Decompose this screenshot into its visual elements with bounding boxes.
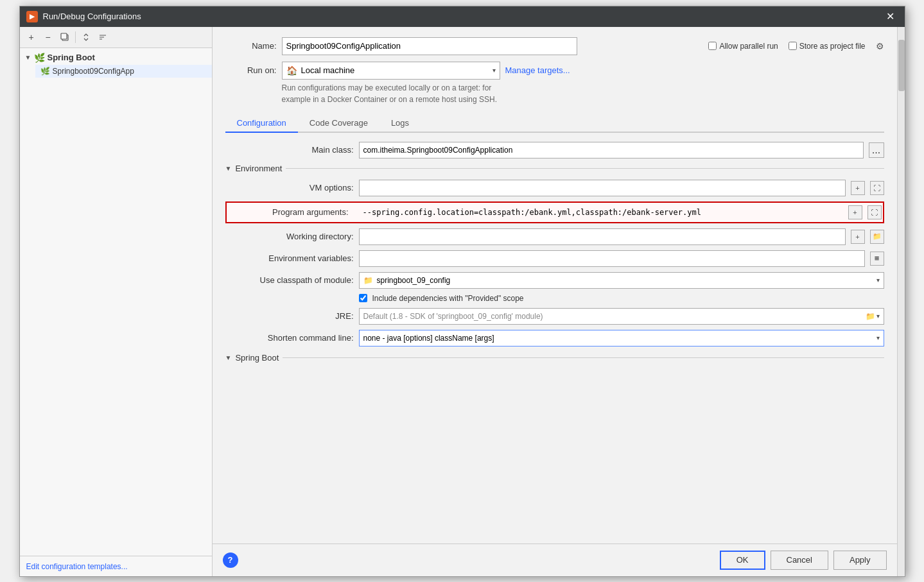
environment-variables-label: Environment variables: (225, 253, 354, 263)
close-button[interactable]: ✕ (882, 10, 898, 23)
environment-variables-input[interactable] (359, 250, 865, 267)
spring-boot-label: Spring Boot (48, 53, 95, 62)
apply-button[interactable]: Apply (833, 551, 887, 570)
springboot-config-item[interactable]: 🌿 Springboot09ConfigApp (35, 65, 212, 78)
program-args-expand-button[interactable]: ⛶ (867, 205, 882, 219)
config-tree: ▼ 🌿 Spring Boot 🌿 Springboot09ConfigApp (20, 48, 212, 556)
tab-configuration-label: Configuration (237, 118, 286, 128)
spring-boot-group-header[interactable]: ▼ 🌿 Spring Boot (20, 51, 212, 65)
environment-line (286, 168, 884, 169)
program-args-add-button[interactable]: + (848, 205, 862, 219)
classpath-value: springboot_09_config (377, 276, 451, 285)
shorten-value: none - java [options] className [args] (363, 334, 494, 343)
vm-options-expand-button[interactable]: ⛶ (870, 181, 884, 195)
tab-configuration[interactable]: Configuration (225, 114, 298, 133)
name-row: Name: Allow parallel run Store as projec… (225, 37, 884, 55)
move-icon (82, 33, 91, 42)
jre-row: JRE: Default (1.8 - SDK of 'springboot_0… (225, 308, 884, 325)
hint-line2: example in a Docker Container or on a re… (282, 95, 498, 104)
tab-code-coverage-label: Code Coverage (309, 118, 368, 128)
env-vars-browse-button[interactable]: ≡ (870, 252, 884, 266)
jre-dropdown-arrow: ▾ (876, 312, 880, 320)
left-footer: Edit configuration templates... (20, 556, 212, 576)
help-button[interactable]: ? (223, 552, 238, 568)
gear-icon[interactable]: ⚙ (876, 41, 884, 51)
tab-code-coverage[interactable]: Code Coverage (298, 114, 379, 133)
scrollbar-thumb (898, 40, 905, 91)
classpath-select-inner: 📁 springboot_09_config (363, 276, 451, 285)
include-dependencies-row: Include dependencies with "Provided" sco… (359, 294, 884, 303)
program-arguments-row: Program arguments: + ⛶ (225, 201, 884, 223)
manage-targets-link[interactable]: Manage targets... (505, 65, 570, 75)
shorten-label: Shorten command line: (225, 333, 354, 343)
working-directory-row: Working directory: + 📁 (225, 228, 884, 245)
shorten-select[interactable]: none - java [options] className [args] ▾ (359, 330, 884, 347)
vm-options-add-button[interactable]: + (851, 181, 865, 195)
program-arguments-label: Program arguments: (228, 207, 354, 217)
allow-parallel-checkbox[interactable] (708, 42, 717, 50)
copy-config-button[interactable] (57, 30, 73, 45)
run-on-hint: Run configurations may be executed local… (282, 82, 884, 105)
tree-children: 🌿 Springboot09ConfigApp (20, 65, 212, 78)
edit-templates-link[interactable]: Edit configuration templates... (26, 562, 128, 571)
vm-options-input[interactable] (359, 180, 846, 196)
hint-line1: Run configurations may be executed local… (282, 83, 492, 92)
store-project-checkbox-label: Store as project file (789, 42, 866, 51)
right-scrollbar[interactable] (897, 27, 905, 576)
include-deps-checkbox[interactable] (359, 294, 367, 302)
environment-title: Environment (235, 164, 282, 173)
spring-boot-section: ▼ Spring Boot (225, 353, 884, 363)
toolbar-separator (75, 31, 76, 43)
main-class-browse-button[interactable]: … (869, 142, 884, 158)
run-on-value: Local machine (301, 65, 355, 75)
spring-boot-section-arrow[interactable]: ▼ (225, 354, 232, 361)
program-arguments-input[interactable] (359, 204, 843, 221)
tab-logs[interactable]: Logs (379, 114, 421, 133)
shorten-command-row: Shorten command line: none - java [optio… (225, 330, 884, 347)
spring-boot-section-title: Spring Boot (235, 353, 279, 363)
dialog-body: + − (20, 27, 905, 576)
home-icon: 🏠 (286, 65, 297, 76)
move-config-button[interactable] (78, 30, 94, 45)
cancel-button[interactable]: Cancel (771, 551, 828, 570)
right-content: Name: Allow parallel run Store as projec… (213, 27, 897, 543)
run-on-select-inner: 🏠 Local machine (286, 65, 355, 76)
left-toolbar: + − (20, 27, 212, 48)
classpath-select[interactable]: 📁 springboot_09_config ▾ (359, 272, 884, 289)
name-input[interactable] (282, 37, 577, 55)
run-on-row: Run on: 🏠 Local machine ▾ Manage targets… (225, 62, 884, 80)
module-icon: 📁 (363, 276, 373, 285)
vm-options-label: VM options: (225, 183, 354, 193)
environment-variables-row: Environment variables: ≡ (225, 250, 884, 267)
group-arrow: ▼ (25, 54, 31, 61)
allow-parallel-label: Allow parallel run (719, 42, 778, 51)
right-panel: Name: Allow parallel run Store as projec… (213, 27, 897, 576)
working-dir-add-button[interactable]: + (851, 230, 865, 244)
run-on-select[interactable]: 🏠 Local machine ▾ (282, 62, 500, 80)
jre-select[interactable]: Default (1.8 - SDK of 'springboot_09_con… (359, 308, 884, 325)
tab-logs-label: Logs (391, 118, 409, 128)
remove-config-button[interactable]: − (40, 30, 56, 45)
sort-config-button[interactable] (95, 30, 110, 45)
shorten-dropdown-arrow: ▾ (876, 334, 880, 341)
sort-icon (98, 33, 107, 42)
spring-boot-icon: 🌿 (34, 53, 45, 63)
working-dir-folder-button[interactable]: 📁 (870, 230, 884, 244)
bottom-bar: ? OK Cancel Apply (213, 543, 897, 576)
main-class-row: Main class: … (225, 142, 884, 158)
main-class-input[interactable] (359, 142, 864, 158)
main-class-label: Main class: (225, 145, 354, 155)
environment-arrow[interactable]: ▼ (225, 165, 232, 172)
spring-boot-section-line (283, 357, 884, 358)
ok-button[interactable]: OK (720, 551, 765, 570)
copy-icon (60, 33, 69, 42)
title-bar-left: ▶ Run/Debug Configurations (26, 11, 141, 22)
store-project-label: Store as project file (799, 42, 866, 51)
dialog-title: Run/Debug Configurations (43, 12, 141, 21)
classpath-label: Use classpath of module: (225, 275, 354, 285)
run-on-label: Run on: (225, 65, 277, 75)
config-child-label: Springboot09ConfigApp (53, 67, 134, 76)
store-project-checkbox[interactable] (789, 42, 797, 50)
working-directory-input[interactable] (359, 228, 846, 245)
add-config-button[interactable]: + (24, 30, 39, 45)
